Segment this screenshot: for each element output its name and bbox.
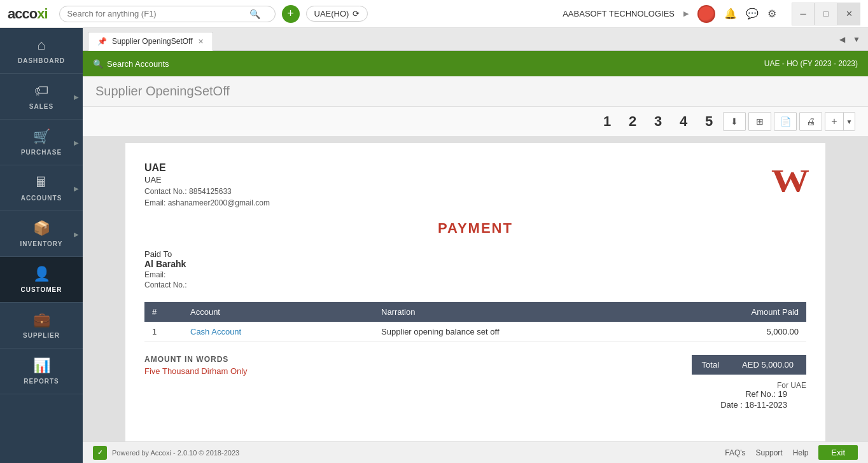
sidebar-item-supplier[interactable]: 💼 SUPPLIER bbox=[0, 303, 83, 349]
toolbar-download-btn[interactable]: ⬇ bbox=[723, 112, 746, 131]
dashboard-icon: ⌂ bbox=[37, 37, 45, 53]
bottom-left: ✓ Powered by Accoxi - 2.0.10 © 2018-2023 bbox=[93, 446, 239, 460]
sidebar-label-inventory: INVENTORY bbox=[20, 240, 63, 247]
amount-words-section: AMOUNT IN WORDS Five Thousand Dirham Onl… bbox=[144, 355, 692, 376]
toolbar-num-4: 4 bbox=[672, 113, 695, 130]
total-amount: AED 5,000.00 bbox=[729, 355, 806, 375]
topbar-icons: 🔔 💬 ⚙ bbox=[724, 8, 776, 20]
sidebar-item-dashboard[interactable]: ⌂ DASHBOARD bbox=[0, 28, 83, 74]
bell-icon[interactable]: 🔔 bbox=[724, 8, 737, 20]
doc-company-name: UAE bbox=[144, 162, 270, 174]
search-input[interactable] bbox=[67, 9, 246, 18]
sidebar-item-inventory[interactable]: 📦 INVENTORY ▶ bbox=[0, 211, 83, 257]
tab-bar-end: ◀ ▼ bbox=[837, 34, 863, 45]
purchase-icon: 🛒 bbox=[33, 128, 50, 145]
sidebar-item-accounts[interactable]: 🖩 ACCOUNTS ▶ bbox=[0, 165, 83, 211]
tab-label: Supplier OpeningSetOff bbox=[112, 37, 193, 46]
row-num: 1 bbox=[144, 322, 183, 342]
document-scroll[interactable]: UAE UAE Contact No.: 8854125633 Email: a… bbox=[83, 137, 868, 441]
sidebar-item-purchase[interactable]: 🛒 PURCHASE ▶ bbox=[0, 120, 83, 165]
accounts-icon: 🖩 bbox=[34, 174, 48, 191]
avatar[interactable] bbox=[697, 5, 715, 23]
for-line: For UAE bbox=[144, 381, 806, 390]
doc-table: # Account Narration Amount Paid 1 Cash A… bbox=[144, 302, 806, 342]
sidebar-item-sales[interactable]: 🏷 SALES ▶ bbox=[0, 74, 83, 120]
w-logo-icon: W bbox=[771, 162, 809, 199]
toolbar-grid-btn[interactable]: ⊞ bbox=[748, 112, 771, 131]
branch-selector[interactable]: UAE(HO) ⟳ bbox=[306, 6, 368, 22]
toolbar-plus-main[interactable]: + bbox=[825, 112, 844, 131]
toolbar-print-btn[interactable]: 🖨 bbox=[799, 112, 822, 131]
branch-label: UAE(HO) bbox=[314, 9, 349, 18]
topbar-right: AABASOFT TECHNOLOGIES ▶ 🔔 💬 ⚙ ─ □ ✕ bbox=[563, 3, 860, 25]
row-amount: 5,000.00 bbox=[717, 322, 806, 342]
page-title: Supplier OpeningSetOff bbox=[95, 84, 855, 99]
gear-icon[interactable]: ⚙ bbox=[767, 8, 776, 20]
doc-header: UAE UAE Contact No.: 8854125633 Email: a… bbox=[144, 162, 806, 207]
ref-no: Ref No.: 19 bbox=[720, 389, 787, 399]
document-container: UAE UAE Contact No.: 8854125633 Email: a… bbox=[125, 143, 825, 441]
row-narration: Supplier opening balance set off bbox=[374, 322, 717, 342]
toolbar-num-1: 1 bbox=[596, 113, 619, 130]
doc-logo: W bbox=[774, 162, 806, 199]
sidebar-item-customer[interactable]: 👤 CUSTOMER bbox=[0, 257, 83, 303]
faq-link[interactable]: FAQ's bbox=[725, 448, 745, 457]
sidebar-label-purchase: PURCHASE bbox=[21, 149, 62, 156]
refresh-icon[interactable]: ⟳ bbox=[353, 9, 360, 18]
paid-to-email: Email: bbox=[144, 270, 806, 279]
tab-nav-left[interactable]: ◀ bbox=[837, 34, 848, 45]
sidebar-label-dashboard: DASHBOARD bbox=[18, 57, 65, 64]
paid-to-section: Paid To Al Barahk Email: Contact No.: bbox=[144, 249, 806, 289]
sales-icon: 🏷 bbox=[34, 83, 48, 99]
sidebar-label-supplier: SUPPLIER bbox=[23, 332, 60, 339]
search-icon: 🔍 bbox=[249, 9, 260, 19]
add-button[interactable]: + bbox=[282, 5, 300, 23]
sidebar-label-accounts: ACCOUNTS bbox=[21, 195, 62, 202]
col-narration: Narration bbox=[374, 302, 717, 322]
paid-to-label: Paid To bbox=[144, 249, 806, 259]
ref-date: Date : 18-11-2023 bbox=[720, 400, 787, 410]
toolbar-plus-arrow[interactable]: ▼ bbox=[844, 112, 855, 131]
doc-company-sub: UAE bbox=[144, 175, 270, 184]
sidebar: ⌂ DASHBOARD 🏷 SALES ▶ 🛒 PURCHASE ▶ 🖩 ACC… bbox=[0, 28, 83, 463]
toolbar-num-2: 2 bbox=[621, 113, 644, 130]
search-accounts-label: Search Accounts bbox=[107, 59, 169, 69]
sidebar-label-sales: SALES bbox=[29, 103, 53, 110]
toolbar-pdf-btn[interactable]: 📄 bbox=[774, 112, 797, 131]
tab-supplier-opening-setoff[interactable]: 📌 Supplier OpeningSetOff ✕ bbox=[88, 32, 213, 51]
sidebar-item-reports[interactable]: 📊 REPORTS bbox=[0, 349, 83, 394]
col-account: Account bbox=[183, 302, 374, 322]
doc-email: Email: ashanameer2000@gmail.com bbox=[144, 198, 270, 207]
minimize-button[interactable]: ─ bbox=[792, 3, 815, 25]
search-accounts-btn[interactable]: 🔍 Search Accounts bbox=[93, 59, 169, 69]
chat-icon[interactable]: 💬 bbox=[746, 8, 759, 20]
row-account: Cash Account bbox=[183, 322, 374, 342]
tab-nav-down[interactable]: ▼ bbox=[850, 34, 863, 45]
tab-close-icon[interactable]: ✕ bbox=[198, 38, 204, 46]
payment-title: PAYMENT bbox=[144, 220, 806, 237]
tab-pin-icon: 📌 bbox=[97, 37, 107, 46]
bottom-bar: ✓ Powered by Accoxi - 2.0.10 © 2018-2023… bbox=[83, 441, 868, 463]
search-box[interactable]: 🔍 bbox=[59, 6, 276, 22]
maximize-button[interactable]: □ bbox=[815, 3, 837, 25]
sidebar-label-reports: REPORTS bbox=[24, 378, 59, 385]
page-title-bar: Supplier OpeningSetOff bbox=[83, 76, 868, 107]
powered-by-text: Powered by Accoxi - 2.0.10 © 2018-2023 bbox=[112, 449, 239, 457]
customer-icon: 👤 bbox=[33, 266, 50, 282]
reports-icon: 📊 bbox=[33, 357, 50, 374]
arrow-icon: ▶ bbox=[683, 10, 689, 18]
ref-section: Ref No.: 19 Date : 18-11-2023 bbox=[720, 389, 787, 411]
help-link[interactable]: Help bbox=[793, 448, 809, 457]
window-controls: ─ □ ✕ bbox=[792, 3, 860, 25]
exit-button[interactable]: Exit bbox=[818, 445, 858, 460]
topbar: accoxi 🔍 + UAE(HO) ⟳ AABASOFT TECHNOLOGI… bbox=[0, 0, 868, 28]
doc-footer: AMOUNT IN WORDS Five Thousand Dirham Onl… bbox=[144, 355, 806, 376]
supplier-icon: 💼 bbox=[33, 312, 50, 328]
green-bar: 🔍 Search Accounts UAE - HO (FY 2023 - 20… bbox=[83, 51, 868, 76]
tab-bar: 📌 Supplier OpeningSetOff ✕ ◀ ▼ bbox=[83, 28, 868, 51]
close-button[interactable]: ✕ bbox=[837, 3, 860, 25]
support-link[interactable]: Support bbox=[756, 448, 783, 457]
accounts-arrow-icon: ▶ bbox=[74, 184, 79, 191]
table-row: 1 Cash Account Supplier opening balance … bbox=[144, 322, 806, 342]
bottom-right: FAQ's Support Help Exit bbox=[725, 445, 858, 460]
